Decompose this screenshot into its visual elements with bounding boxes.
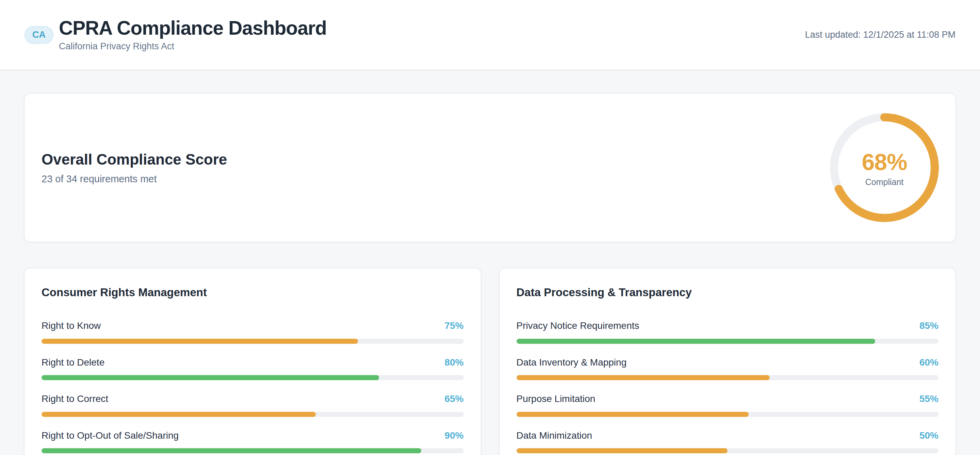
card-consumer-rights: Consumer Rights Management Right to Know… [24, 268, 482, 455]
progress-bar-track [517, 412, 939, 417]
overall-score-text: Overall Compliance Score 23 of 34 requir… [41, 151, 227, 185]
gauge-score-value: 68% [862, 149, 907, 175]
requirement-label: Right to Delete [41, 357, 105, 368]
progress-bar-fill [517, 375, 770, 380]
overall-compliance-card: Overall Compliance Score 23 of 34 requir… [24, 93, 956, 243]
state-badge: CA [24, 26, 53, 44]
requirement-percent: 65% [444, 393, 463, 404]
dashboard-main: Overall Compliance Score 23 of 34 requir… [0, 70, 980, 455]
requirement-label: Data Inventory & Mapping [517, 357, 627, 368]
requirement-label: Data Minimization [517, 430, 592, 441]
requirement-percent: 90% [444, 430, 463, 441]
last-updated-timestamp: Last updated: 12/1/2025 at 11:08 PM [805, 30, 956, 40]
progress-bar-fill [41, 375, 379, 380]
requirement-item: Data Inventory & Mapping 60% [517, 357, 939, 380]
progress-bar-track [41, 412, 464, 417]
state-badge-label: CA [32, 30, 46, 40]
category-cards-row: Consumer Rights Management Right to Know… [24, 268, 956, 455]
page-subtitle: California Privacy Rights Act [59, 41, 327, 52]
requirement-item: Data Minimization 50% [517, 430, 939, 453]
requirement-percent: 75% [444, 320, 463, 331]
requirement-percent: 85% [920, 320, 939, 331]
requirement-label: Right to Opt-Out of Sale/Sharing [41, 430, 179, 441]
progress-bar-fill [517, 339, 875, 344]
progress-bar-fill [41, 339, 358, 344]
page-title: CPRA Compliance Dashboard [59, 18, 327, 38]
progress-bar-track [41, 448, 464, 453]
requirement-label: Right to Correct [41, 393, 108, 405]
requirement-percent: 80% [444, 357, 463, 368]
requirement-label: Right to Know [41, 320, 101, 331]
requirement-percent: 50% [920, 430, 939, 441]
card-title: Consumer Rights Management [41, 286, 464, 299]
requirement-label: Privacy Notice Requirements [517, 320, 640, 331]
requirement-percent: 55% [920, 393, 939, 404]
progress-bar-fill [517, 412, 749, 417]
requirement-item: Right to Delete 80% [41, 357, 464, 380]
app-header: CA CPRA Compliance Dashboard California … [0, 0, 980, 70]
requirement-item: Privacy Notice Requirements 85% [517, 320, 939, 344]
card-data-processing: Data Processing & Transparency Privacy N… [499, 268, 956, 455]
progress-bar-track [517, 375, 939, 380]
overall-score-title: Overall Compliance Score [41, 151, 227, 168]
progress-bar-track [517, 339, 939, 344]
gauge-score-caption: Compliant [865, 177, 904, 187]
requirement-item: Right to Opt-Out of Sale/Sharing 90% [41, 430, 464, 453]
progress-bar-fill [41, 412, 316, 417]
progress-bar-track [41, 339, 464, 344]
requirement-label: Purpose Limitation [517, 393, 595, 405]
card-title: Data Processing & Transparency [517, 286, 939, 299]
progress-bar-fill [41, 448, 421, 453]
requirement-item: Right to Know 75% [41, 320, 464, 344]
progress-bar-track [517, 448, 939, 453]
requirement-item: Purpose Limitation 55% [517, 393, 939, 417]
compliance-gauge: 68% Compliant [830, 113, 939, 222]
progress-bar-fill [517, 448, 727, 453]
requirement-percent: 60% [920, 357, 939, 368]
header-title-block: CPRA Compliance Dashboard California Pri… [59, 18, 327, 52]
requirement-item: Right to Correct 65% [41, 393, 464, 417]
card-items: Right to Know 75% Right to Delete 80% [41, 320, 464, 453]
progress-bar-track [41, 375, 464, 380]
gauge-center-text: 68% Compliant [830, 113, 939, 222]
overall-score-subtitle: 23 of 34 requirements met [41, 173, 227, 185]
card-items: Privacy Notice Requirements 85% Data Inv… [517, 320, 939, 453]
